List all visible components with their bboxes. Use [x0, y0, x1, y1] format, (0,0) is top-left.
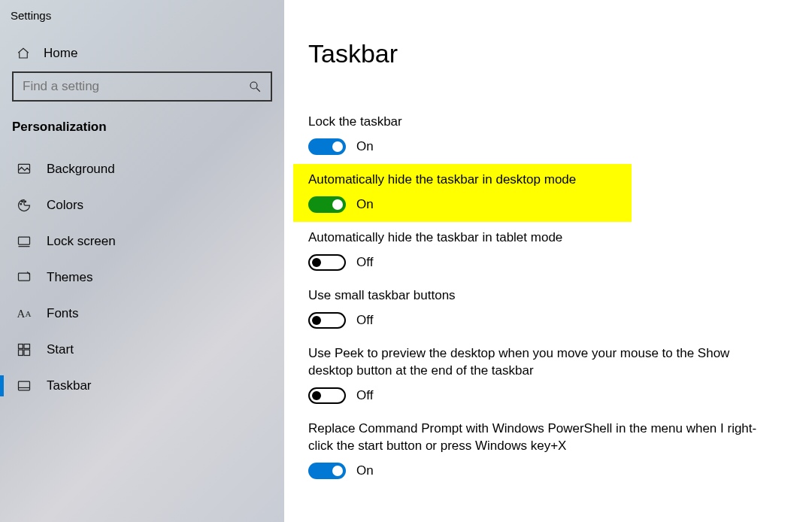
- setting-label: Use small taskbar buttons: [308, 287, 759, 305]
- svg-point-4: [25, 201, 26, 202]
- svg-rect-5: [19, 237, 30, 244]
- search-input[interactable]: [23, 79, 238, 94]
- page-title: Taskbar: [308, 39, 782, 68]
- sidebar-item-label: Background: [47, 162, 115, 177]
- home-label: Home: [44, 46, 77, 61]
- sidebar: Settings Home Personalization Background: [0, 0, 284, 522]
- sidebar-item-label: Lock screen: [47, 234, 116, 249]
- section-label: Personalization: [0, 120, 284, 151]
- background-icon: [17, 162, 32, 177]
- setting-lock-taskbar: Lock the taskbar On: [308, 114, 782, 155]
- svg-rect-6: [19, 273, 30, 281]
- svg-rect-10: [24, 350, 30, 356]
- sidebar-item-background[interactable]: Background: [0, 151, 284, 187]
- toggle-autohide-desktop[interactable]: [308, 196, 346, 213]
- setting-powershell: Replace Command Prompt with Windows Powe…: [308, 420, 782, 479]
- svg-point-3: [22, 201, 23, 202]
- toggle-state: Off: [356, 313, 373, 328]
- svg-rect-11: [19, 381, 30, 390]
- sidebar-item-label: Colors: [47, 198, 83, 213]
- main-content: Taskbar Lock the taskbar On Automaticall…: [284, 0, 812, 522]
- setting-autohide-tablet: Automatically hide the taskbar in tablet…: [308, 229, 782, 271]
- setting-label: Automatically hide the taskbar in tablet…: [308, 229, 759, 247]
- home-icon: [17, 47, 30, 60]
- toggle-lock-taskbar[interactable]: [308, 138, 346, 155]
- svg-rect-9: [19, 350, 23, 356]
- themes-icon: [17, 270, 32, 285]
- setting-label: Automatically hide the taskbar in deskto…: [308, 171, 617, 189]
- svg-point-0: [250, 82, 257, 89]
- sidebar-item-fonts[interactable]: AA Fonts: [0, 296, 284, 332]
- setting-autohide-desktop: Automatically hide the taskbar in deskto…: [293, 164, 632, 222]
- fonts-icon: AA: [17, 306, 32, 321]
- toggle-powershell[interactable]: [308, 463, 346, 479]
- toggle-state: On: [356, 139, 374, 154]
- setting-label: Replace Command Prompt with Windows Powe…: [308, 420, 759, 455]
- sidebar-item-label: Start: [47, 342, 74, 357]
- sidebar-item-start[interactable]: Start: [0, 332, 284, 368]
- setting-peek: Use Peek to preview the desktop when you…: [308, 345, 782, 404]
- setting-label: Use Peek to preview the desktop when you…: [308, 345, 759, 380]
- search-icon: [248, 80, 262, 93]
- svg-rect-7: [19, 344, 23, 349]
- toggle-state: Off: [356, 388, 373, 403]
- taskbar-icon: [17, 378, 32, 393]
- search-box[interactable]: [12, 71, 272, 102]
- sidebar-nav: Background Colors Lock screen Themes: [0, 151, 284, 404]
- setting-small-buttons: Use small taskbar buttons Off: [308, 287, 782, 329]
- toggle-state: On: [356, 463, 374, 478]
- toggle-peek[interactable]: [308, 387, 346, 404]
- svg-point-2: [20, 204, 22, 205]
- setting-label: Lock the taskbar: [308, 114, 759, 131]
- toggle-state: Off: [356, 255, 373, 270]
- sidebar-item-colors[interactable]: Colors: [0, 187, 284, 223]
- sidebar-item-taskbar[interactable]: Taskbar: [0, 368, 284, 404]
- toggle-autohide-tablet[interactable]: [308, 254, 346, 271]
- sidebar-item-themes[interactable]: Themes: [0, 259, 284, 296]
- sidebar-item-label: Fonts: [47, 306, 79, 321]
- app-title: Settings: [0, 6, 284, 41]
- toggle-state: On: [356, 197, 374, 212]
- home-link[interactable]: Home: [0, 41, 284, 71]
- colors-icon: [17, 198, 32, 213]
- svg-rect-8: [24, 344, 30, 349]
- sidebar-item-label: Taskbar: [47, 378, 92, 393]
- lockscreen-icon: [17, 234, 32, 249]
- toggle-small-buttons[interactable]: [308, 312, 346, 329]
- sidebar-item-label: Themes: [47, 270, 92, 285]
- sidebar-item-lockscreen[interactable]: Lock screen: [0, 223, 284, 259]
- start-icon: [17, 342, 32, 357]
